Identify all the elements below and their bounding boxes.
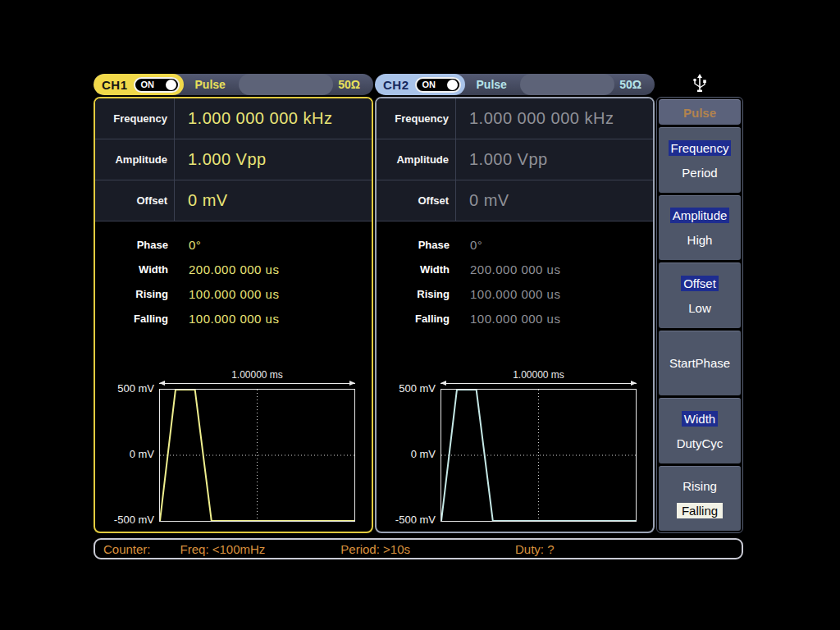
param-value[interactable]: 0°: [175, 233, 201, 258]
toggle-state-label: ON: [141, 80, 155, 89]
toggle-state-label: ON: [422, 80, 436, 89]
counter-frequency: Freq: <100mHz: [180, 542, 266, 556]
row-label: Offset: [377, 180, 456, 221]
softkey-width-dutycyc[interactable]: Width DutyCyc: [659, 398, 741, 463]
y-axis-top-label: 500 mV: [377, 382, 436, 395]
menu-item-period[interactable]: Period: [679, 165, 719, 180]
param-label: Width: [377, 258, 456, 282]
row-value[interactable]: 1.000 000 000 kHz: [175, 98, 372, 139]
softkey-rising-falling[interactable]: Rising Falling: [659, 466, 741, 532]
param-value[interactable]: 200.000 000 us: [456, 258, 560, 282]
period-span-label: 1.00000 ms: [159, 369, 355, 381]
softkey-amplitude-high[interactable]: Amplitude High: [659, 195, 741, 261]
channel-2-on-toggle[interactable]: ON: [415, 77, 461, 93]
toggle-knob-icon: [447, 80, 458, 90]
y-axis-top-label: 500 mV: [95, 382, 154, 395]
channel-1-param-list: Phase 0° Width 200.000 000 us Rising 100…: [95, 221, 372, 331]
channel-2-param-list: Phase 0° Width 200.000 000 us Rising 100…: [377, 221, 653, 331]
channel-2-value-table: Frequency 1.000 000 000 kHz Amplitude 1.…: [377, 98, 653, 221]
param-row[interactable]: Width 200.000 000 us: [95, 258, 372, 282]
softkey-menu: Pulse Frequency Period Amplitude High Of…: [656, 97, 743, 533]
table-row[interactable]: Frequency 1.000 000 000 kHz: [95, 98, 372, 139]
row-label: Amplitude: [377, 139, 456, 180]
row-label: Offset: [95, 180, 175, 221]
channel-1-value-table: Frequency 1.000 000 000 kHz Amplitude 1.…: [95, 98, 372, 221]
channel-2-impedance: 50Ω: [619, 78, 655, 91]
channel-2-name-cap: CH2 ON: [375, 74, 465, 95]
channel-1-name-cap: CH1 ON: [94, 74, 184, 95]
channel-2-column: CH2 ON Pulse 50Ω Frequency 1.000: [375, 74, 655, 533]
channel-2-header: CH2 ON Pulse 50Ω: [375, 74, 655, 95]
waveform-plot: [159, 389, 355, 522]
param-row[interactable]: Phase 0°: [377, 233, 653, 258]
table-row[interactable]: Amplitude 1.000 Vpp: [377, 139, 653, 180]
param-row[interactable]: Falling 100.000 000 us: [377, 307, 653, 331]
channel-2-waveform-label: Pulse: [477, 78, 507, 91]
channel-1-waveform-preview: 1.00000 ms 500 mV 0 mV -500 mV: [95, 369, 372, 522]
table-row[interactable]: Amplitude 1.000 Vpp: [95, 139, 372, 180]
channel-2-name: CH2: [383, 78, 409, 92]
param-value[interactable]: 200.000 000 us: [175, 258, 279, 282]
param-value[interactable]: 100.000 000 us: [175, 282, 279, 307]
param-value[interactable]: 100.000 000 us: [456, 282, 560, 307]
row-value[interactable]: 0 mV: [456, 180, 653, 221]
param-value[interactable]: 100.000 000 us: [456, 307, 560, 331]
channel-2-waveform-preview: 1.00000 ms 500 mV 0 mV -500 mV: [377, 369, 653, 522]
param-label: Rising: [377, 282, 456, 307]
menu-item-offset[interactable]: Offset: [681, 276, 719, 291]
softkey-menu-sidebar: Pulse Frequency Period Amplitude High Of…: [656, 74, 743, 533]
param-row[interactable]: Rising 100.000 000 us: [377, 282, 653, 307]
header-pill: [239, 74, 333, 95]
menu-item-startphase[interactable]: StartPhase: [667, 355, 733, 371]
channel-1-panel: Frequency 1.000 000 000 kHz Amplitude 1.…: [94, 97, 373, 533]
y-axis-bottom-label: -500 mV: [95, 514, 154, 526]
param-label: Width: [95, 258, 175, 282]
row-label: Amplitude: [95, 139, 175, 180]
menu-item-high[interactable]: High: [685, 232, 715, 248]
y-axis-mid-label: 0 mV: [377, 448, 436, 460]
softkey-offset-low[interactable]: Offset Low: [659, 262, 741, 328]
menu-item-frequency[interactable]: Frequency: [669, 140, 732, 156]
counter-label: Counter:: [103, 542, 151, 556]
channel-1-name: CH1: [102, 78, 128, 92]
menu-item-rising[interactable]: Rising: [680, 478, 719, 494]
counter-duty: Duty: ?: [515, 542, 555, 556]
param-row[interactable]: Width 200.000 000 us: [377, 258, 653, 282]
toggle-knob-icon: [166, 80, 176, 90]
y-axis-bottom-label: -500 mV: [377, 514, 436, 526]
generator-screen: CH1 ON Pulse 50Ω Frequency 1.000: [0, 0, 840, 630]
row-value[interactable]: 0 mV: [175, 180, 372, 221]
param-value[interactable]: 100.000 000 us: [175, 307, 279, 331]
table-row[interactable]: Offset 0 mV: [95, 180, 372, 221]
usb-icon: [692, 74, 708, 94]
row-label: Frequency: [95, 98, 175, 139]
param-row[interactable]: Rising 100.000 000 us: [95, 282, 372, 307]
param-label: Falling: [377, 307, 456, 331]
menu-item-width[interactable]: Width: [682, 411, 718, 427]
counter-status-bar: Counter: Freq: <100mHz Period: >10s Duty…: [94, 538, 743, 559]
table-row[interactable]: Offset 0 mV: [377, 180, 653, 221]
menu-item-amplitude[interactable]: Amplitude: [670, 208, 730, 223]
row-value[interactable]: 1.000 Vpp: [175, 139, 372, 180]
param-row[interactable]: Falling 100.000 000 us: [95, 307, 372, 331]
usb-status-row: [656, 74, 743, 97]
dimension-arrow: [159, 383, 355, 384]
menu-title: Pulse: [659, 99, 741, 125]
row-value[interactable]: 1.000 Vpp: [456, 139, 653, 180]
channel-1-impedance: 50Ω: [338, 78, 373, 91]
table-row[interactable]: Frequency 1.000 000 000 kHz: [377, 98, 653, 139]
menu-item-low[interactable]: Low: [686, 300, 714, 316]
menu-item-dutycyc[interactable]: DutyCyc: [674, 436, 726, 451]
row-label: Frequency: [377, 98, 456, 139]
param-value[interactable]: 0°: [456, 233, 482, 258]
param-row[interactable]: Phase 0°: [95, 233, 372, 258]
row-value[interactable]: 1.000 000 000 kHz: [456, 98, 653, 139]
channel-1-on-toggle[interactable]: ON: [134, 77, 180, 93]
y-axis-mid-label: 0 mV: [95, 448, 154, 460]
softkey-frequency-period[interactable]: Frequency Period: [659, 127, 741, 193]
softkey-startphase[interactable]: StartPhase: [659, 331, 741, 396]
dimension-arrow: [441, 383, 637, 384]
main-row: CH1 ON Pulse 50Ω Frequency 1.000: [94, 74, 743, 533]
period-span-label: 1.00000 ms: [441, 369, 637, 381]
menu-item-falling[interactable]: Falling: [677, 503, 723, 518]
